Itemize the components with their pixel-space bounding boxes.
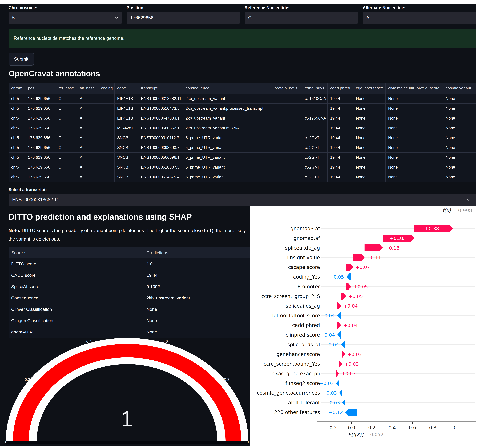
- table-cell[interactable]: 5_prime_UTR_variant: [183, 143, 272, 152]
- column-header[interactable]: alt_base: [77, 83, 99, 94]
- table-cell[interactable]: c.-2G>T: [302, 133, 327, 143]
- column-header[interactable]: transcript: [139, 83, 183, 94]
- table-cell[interactable]: c.-2G>T: [302, 162, 327, 172]
- table-cell[interactable]: None: [443, 143, 476, 152]
- table-cell[interactable]: 176,629,656: [25, 172, 56, 182]
- table-cell[interactable]: Clinvar Classification: [9, 304, 144, 315]
- column-header[interactable]: pos: [25, 83, 56, 94]
- table-cell[interactable]: c.-2G>T: [302, 172, 327, 182]
- table-cell[interactable]: 2kb_upstream_variant,miRNA: [183, 123, 272, 133]
- table-cell[interactable]: c.-1610C>A: [302, 94, 327, 104]
- column-header[interactable]: cosmic.variant: [443, 83, 476, 94]
- table-cell[interactable]: [272, 172, 302, 182]
- table-cell[interactable]: A: [77, 104, 99, 113]
- table-cell[interactable]: c.-2G>T: [302, 143, 327, 152]
- table-cell[interactable]: C: [56, 172, 77, 182]
- column-header[interactable]: cgd.inheritance: [353, 83, 386, 94]
- table-cell[interactable]: SNCB: [114, 172, 139, 182]
- table-cell[interactable]: 176,629,656: [25, 143, 56, 152]
- table-cell[interactable]: SNCB: [114, 152, 139, 162]
- table-cell[interactable]: C: [56, 152, 77, 162]
- table-cell[interactable]: None: [353, 152, 386, 162]
- table-cell[interactable]: chr5: [9, 152, 25, 162]
- table-cell[interactable]: None: [386, 104, 443, 113]
- table-cell[interactable]: C: [56, 143, 77, 152]
- table-cell[interactable]: A: [77, 172, 99, 182]
- table-cell[interactable]: None: [353, 172, 386, 182]
- table-cell[interactable]: ENST00000393693.7: [139, 143, 183, 152]
- table-cell[interactable]: None: [353, 123, 386, 133]
- table-cell[interactable]: None: [353, 143, 386, 152]
- table-cell[interactable]: [99, 133, 114, 143]
- position-input[interactable]: 176629656: [126, 12, 240, 24]
- table-cell[interactable]: ENST00000647833.1: [139, 113, 183, 123]
- table-cell[interactable]: C: [56, 113, 77, 123]
- table-cell[interactable]: [99, 104, 114, 113]
- table-cell[interactable]: 176,629,656: [25, 123, 56, 133]
- table-cell[interactable]: [272, 143, 302, 152]
- table-cell[interactable]: 176,629,656: [25, 133, 56, 143]
- table-cell[interactable]: ENST00000510387.5: [139, 162, 183, 172]
- table-cell[interactable]: C: [56, 104, 77, 113]
- table-cell[interactable]: C: [56, 162, 77, 172]
- table-cell[interactable]: A: [77, 152, 99, 162]
- table-cell[interactable]: DITTO score: [9, 258, 144, 270]
- column-header[interactable]: cdna_hgvs: [302, 83, 327, 94]
- column-header[interactable]: coding: [99, 83, 114, 94]
- column-header[interactable]: civic.molecular_profile_score: [386, 83, 443, 94]
- table-cell[interactable]: None: [386, 123, 443, 133]
- table-cell[interactable]: [302, 123, 327, 133]
- table-cell[interactable]: MIR4281: [114, 123, 139, 133]
- table-cell[interactable]: 2kb_upstream_variant,processed_transcrip…: [183, 104, 272, 113]
- column-header[interactable]: consequence: [183, 83, 272, 94]
- table-cell[interactable]: C: [56, 123, 77, 133]
- table-cell[interactable]: None: [353, 94, 386, 104]
- reference-nucleotide-input[interactable]: C: [245, 12, 358, 24]
- table-cell[interactable]: C: [56, 133, 77, 143]
- table-cell[interactable]: 19.44: [327, 113, 353, 123]
- table-cell[interactable]: None: [353, 113, 386, 123]
- table-cell[interactable]: [99, 94, 114, 104]
- table-cell[interactable]: SNCB: [114, 162, 139, 172]
- table-cell[interactable]: None: [353, 162, 386, 172]
- table-cell[interactable]: None: [386, 133, 443, 143]
- table-cell[interactable]: 5_prime_UTR_variant: [183, 133, 272, 143]
- table-cell[interactable]: A: [77, 94, 99, 104]
- table-cell[interactable]: EIF4E1B: [114, 113, 139, 123]
- table-cell[interactable]: A: [77, 133, 99, 143]
- table-cell[interactable]: [272, 133, 302, 143]
- table-cell[interactable]: 5_prime_UTR_variant: [183, 172, 272, 182]
- table-cell[interactable]: None: [443, 94, 476, 104]
- table-cell[interactable]: SpliceAI score: [9, 281, 144, 292]
- table-cell[interactable]: 19.44: [327, 104, 353, 113]
- table-cell[interactable]: [272, 104, 302, 113]
- table-cell[interactable]: ENST00000510473.5: [139, 104, 183, 113]
- table-cell[interactable]: None: [386, 94, 443, 104]
- table-cell[interactable]: [99, 172, 114, 182]
- table-cell[interactable]: 5_prime_UTR_variant: [183, 152, 272, 162]
- table-cell[interactable]: [99, 143, 114, 152]
- chromosome-select[interactable]: 5: [8, 12, 122, 24]
- table-cell[interactable]: [302, 104, 327, 113]
- table-cell[interactable]: None: [353, 104, 386, 113]
- table-cell[interactable]: 176,629,656: [25, 162, 56, 172]
- table-cell[interactable]: A: [77, 113, 99, 123]
- table-cell[interactable]: [99, 113, 114, 123]
- table-cell[interactable]: SNCB: [114, 143, 139, 152]
- table-cell[interactable]: chr5: [9, 94, 25, 104]
- table-cell[interactable]: EIF4E1B: [114, 94, 139, 104]
- table-cell[interactable]: chr5: [9, 113, 25, 123]
- table-cell[interactable]: [272, 123, 302, 133]
- table-cell[interactable]: chr5: [9, 123, 25, 133]
- table-cell[interactable]: EIF4E1B: [114, 104, 139, 113]
- table-cell[interactable]: 2kb_upstream_variant: [183, 113, 272, 123]
- table-cell[interactable]: A: [77, 162, 99, 172]
- table-cell[interactable]: ENST00000580852.1: [139, 123, 183, 133]
- table-cell[interactable]: c.-2G>T: [302, 152, 327, 162]
- table-cell[interactable]: [99, 123, 114, 133]
- table-cell[interactable]: chr5: [9, 162, 25, 172]
- column-header[interactable]: cadd.phred: [327, 83, 353, 94]
- table-cell[interactable]: 176,629,656: [25, 94, 56, 104]
- table-cell[interactable]: A: [77, 123, 99, 133]
- table-cell[interactable]: None: [443, 133, 476, 143]
